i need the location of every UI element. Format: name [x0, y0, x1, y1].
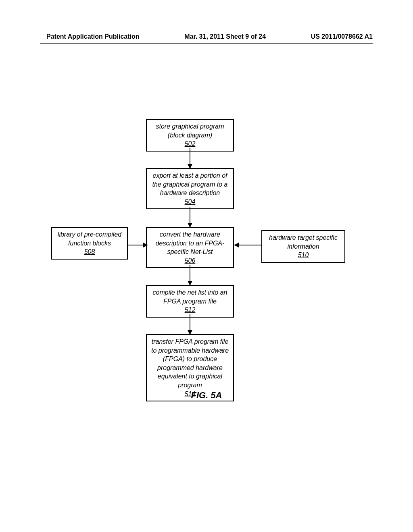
arrow-506-512 — [188, 265, 192, 286]
header-rule — [40, 43, 373, 44]
arrow-510-506 — [234, 243, 261, 247]
figure-label: FIG. 5A — [0, 390, 413, 401]
arrow-508-506 — [128, 243, 148, 247]
arrow-502-504 — [188, 148, 192, 169]
box-506-ref: 506 — [185, 257, 196, 264]
box-502: store graphical program (block diagram) … — [146, 119, 234, 152]
box-504-text: export at least a portion of the graphic… — [152, 172, 228, 196]
svg-marker-5 — [143, 243, 148, 247]
box-512-ref: 512 — [185, 306, 196, 313]
box-508-ref: 508 — [84, 248, 95, 255]
box-506: convert the hardware description to an F… — [146, 227, 234, 268]
header-right: US 2011/0078662 A1 — [311, 33, 373, 40]
box-512: compile the net list into an FPGA progra… — [146, 285, 234, 318]
box-510-ref: 510 — [298, 251, 309, 258]
box-504: export at least a portion of the graphic… — [146, 168, 234, 209]
header-center: Mar. 31, 2011 Sheet 9 of 24 — [184, 33, 266, 40]
box-502-ref: 502 — [185, 140, 196, 147]
box-502-text: store graphical program (block diagram) — [156, 123, 224, 139]
box-512-text: compile the net list into an FPGA progra… — [153, 289, 227, 305]
box-504-ref: 504 — [185, 198, 196, 205]
box-506-text: convert the hardware description to an F… — [156, 231, 225, 255]
box-514-text: transfer FPGA program file to programmab… — [151, 338, 229, 389]
svg-marker-7 — [234, 243, 239, 247]
box-510: hardware target specific information 510 — [261, 230, 345, 263]
page-header: Patent Application Publication Mar. 31, … — [46, 33, 373, 40]
arrow-504-506 — [188, 207, 192, 228]
arrow-512-514 — [188, 314, 192, 335]
box-508: library of pre-compiled function blocks … — [51, 227, 128, 260]
box-510-text: hardware target specific information — [269, 234, 338, 250]
header-left: Patent Application Publication — [46, 33, 140, 40]
box-508-text: library of pre-compiled function blocks — [58, 231, 121, 247]
